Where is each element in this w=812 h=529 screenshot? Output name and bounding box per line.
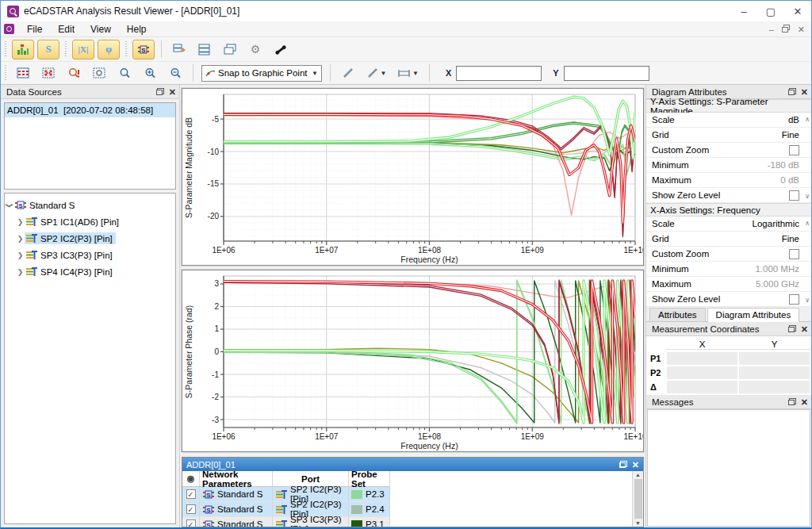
tile-vertically-button[interactable] <box>168 40 190 59</box>
row-checkbox[interactable]: ✓ <box>186 519 196 527</box>
attribute-value[interactable]: dB <box>788 115 799 125</box>
table-row[interactable]: ✓SStandard SSP3 IC3(P3) [Pin]P3.1 <box>182 517 632 527</box>
data-source-list[interactable]: ADDR[0]_01 [2020-07-02 08:48:58] <box>4 102 176 190</box>
y-coordinate-input[interactable] <box>564 66 649 81</box>
zoom-out-button[interactable] <box>164 63 186 83</box>
scroll-down-icon[interactable]: ∨ <box>805 297 810 304</box>
mdi-restore-button[interactable] <box>782 25 790 33</box>
close-panel-icon[interactable]: ✕ <box>632 461 639 469</box>
mdi-close-button[interactable]: ✕ <box>798 25 805 33</box>
cascade-windows-button[interactable] <box>219 40 241 59</box>
tree-node-port[interactable]: ❯SP1 IC1(AD6) [Pin] <box>5 213 175 230</box>
maximize-button[interactable]: ▢ <box>757 1 784 21</box>
expand-icon[interactable]: ❯ <box>16 218 25 226</box>
zoom-window-button[interactable] <box>113 63 136 83</box>
standard-s-icon: S <box>203 489 214 500</box>
attribute-value[interactable]: Logarithmic <box>753 219 799 228</box>
menu-help[interactable]: Help <box>119 22 155 36</box>
scroll-up-icon[interactable]: ∧ <box>805 116 810 123</box>
magnitude-button[interactable]: |X| <box>72 40 94 59</box>
float-panel-icon[interactable] <box>156 88 164 95</box>
result-scrollbar[interactable]: ▲ ▼ <box>632 471 643 527</box>
tree-node-port[interactable]: ❯SP3 IC3(P3) [Pin] <box>5 247 175 263</box>
attribute-label: Show Zero Level <box>652 190 789 200</box>
tab-attributes[interactable]: Attributes <box>649 308 706 321</box>
scroll-up-icon[interactable]: ∧ <box>805 220 810 227</box>
attribute-label: Show Zero Level <box>652 294 789 304</box>
network-view-button[interactable]: S <box>132 40 155 59</box>
scroll-down-icon[interactable]: ∨ <box>805 193 810 200</box>
row-checkbox[interactable]: ✓ <box>186 504 196 514</box>
measure-delta-button[interactable]: ▼ <box>394 63 423 83</box>
expand-icon[interactable]: ❯ <box>16 268 25 276</box>
attribute-checkbox[interactable] <box>789 190 799 201</box>
scroll-thumb[interactable] <box>634 479 642 519</box>
attribute-value[interactable]: 1.000 MHz <box>755 264 799 274</box>
tab-diagram-attributes[interactable]: Diagram Attributes <box>707 308 800 322</box>
close-panel-icon[interactable]: ✕ <box>801 398 808 406</box>
toolbar-grip[interactable] <box>4 41 8 57</box>
table-row[interactable]: ✓SStandard SSP2 IC2(P3) [Pin]P2.3 <box>182 487 632 502</box>
snap-mode-select[interactable]: Snap to Graphic Point ▼ <box>201 65 322 82</box>
mdi-minimize-button[interactable]: – <box>769 25 774 33</box>
menu-file[interactable]: File <box>19 22 50 36</box>
settings-button[interactable]: ⚙ <box>244 40 266 59</box>
close-panel-icon[interactable]: ✕ <box>169 88 176 96</box>
toolbar-grip[interactable] <box>124 41 128 57</box>
chevron-down-icon: ▼ <box>412 70 419 77</box>
parameter-tree[interactable]: ❯SStandard S❯SP1 IC1(AD6) [Pin]❯SP2 IC2(… <box>4 193 176 524</box>
toolbar-grip[interactable] <box>64 41 68 57</box>
attribute-value[interactable]: 0 dB <box>780 175 799 185</box>
scroll-down-icon[interactable]: ▼ <box>635 520 641 526</box>
tree-node-port[interactable]: ❯SP4 IC4(P3) [Pin] <box>5 263 175 280</box>
x-coordinate-input[interactable] <box>456 66 542 81</box>
visibility-icon[interactable]: ◉ <box>187 473 195 484</box>
fit-all-button[interactable] <box>37 63 59 83</box>
attribute-value[interactable]: Fine <box>782 234 799 243</box>
support-call-button[interactable] <box>270 40 292 59</box>
zoom-in-button[interactable] <box>139 63 161 83</box>
s-parameter-button[interactable]: S <box>37 40 59 59</box>
minimize-button[interactable]: – <box>730 1 757 21</box>
table-row[interactable]: ✓SStandard SSP2 IC2(P3) [Pin]P2.4 <box>182 502 632 517</box>
phase-chart[interactable]: 1E+061E+071E+081E+091E+103210-1-2-3Frequ… <box>182 270 643 451</box>
overlay-curves-button[interactable] <box>12 63 34 83</box>
phase-button[interactable]: φ <box>98 40 120 59</box>
expand-icon[interactable]: ❯ <box>16 235 25 243</box>
show-diagram-button[interactable] <box>12 40 34 59</box>
attribute-checkbox[interactable] <box>789 249 799 259</box>
attribute-checkbox[interactable] <box>789 145 799 155</box>
expand-icon[interactable]: ❯ <box>16 251 25 259</box>
row-checkbox[interactable]: ✓ <box>186 489 196 499</box>
menu-view[interactable]: View <box>82 22 119 36</box>
toolbar-grip[interactable] <box>4 65 8 81</box>
attribute-value[interactable]: 5.000 GHz <box>756 279 799 289</box>
float-panel-icon[interactable] <box>788 88 796 95</box>
fit-selection-button[interactable] <box>88 63 110 83</box>
float-panel-icon[interactable] <box>788 398 796 405</box>
attribute-checkbox[interactable] <box>789 294 799 305</box>
close-panel-icon[interactable]: ✕ <box>801 88 808 96</box>
float-panel-icon[interactable] <box>619 461 627 468</box>
scroll-up-icon[interactable]: ▲ <box>635 472 641 477</box>
measure-mode-button[interactable]: ▼ <box>362 63 391 83</box>
magnitude-chart[interactable]: 1E+061E+071E+081E+091E+10-5-10-15-20Freq… <box>182 89 643 265</box>
menu-edit[interactable]: Edit <box>50 22 82 36</box>
collapse-icon[interactable]: ❯ <box>6 201 13 209</box>
x-coordinate-label: X <box>446 68 451 78</box>
tile-horizontally-button[interactable] <box>193 40 216 59</box>
attribute-value[interactable]: Fine <box>782 130 799 140</box>
data-source-item[interactable]: ADDR[0]_01 [2020-07-02 08:48:58] <box>5 103 175 117</box>
float-panel-icon[interactable] <box>788 325 796 332</box>
measure-line-button[interactable] <box>337 63 359 83</box>
tree-node-standard-s[interactable]: ❯SStandard S <box>5 197 175 213</box>
svg-text:Frequency (Hz): Frequency (Hz) <box>400 255 458 264</box>
close-button[interactable]: ✕ <box>784 1 811 21</box>
tree-node-port[interactable]: ❯SP2 IC2(P3) [Pin] <box>5 230 175 247</box>
zoom-alert-button[interactable] <box>63 63 85 83</box>
column-header[interactable]: Probe Set <box>349 471 390 487</box>
attribute-value[interactable]: -180 dB <box>768 160 799 170</box>
close-panel-icon[interactable]: ✕ <box>801 325 808 333</box>
column-header[interactable]: Network Parameters <box>200 471 273 487</box>
measurement-cell <box>667 352 737 365</box>
